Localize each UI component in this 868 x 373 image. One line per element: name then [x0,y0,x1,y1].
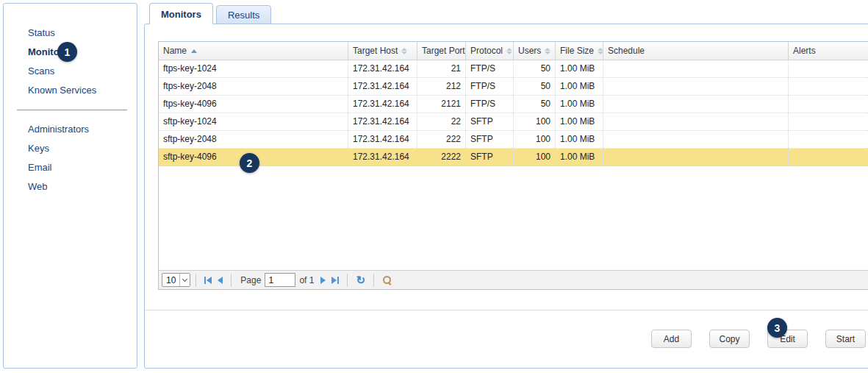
cell-file-size: 1.00 MiB [556,131,603,148]
page-count-label: of 1 [299,275,314,285]
annotation-step-3-badge: 3 [767,318,787,338]
next-page-icon [320,277,326,284]
table-row[interactable]: sftp-key-1024 172.31.42.164 22 SFTP 100 … [159,113,868,131]
cell-protocol: SFTP [466,149,514,166]
table-row[interactable]: sftp-key-2048 172.31.42.164 222 SFTP 100… [159,131,868,149]
cell-target-host: 172.31.42.164 [348,60,417,77]
pager-separator [196,274,196,287]
last-page-button[interactable] [329,274,342,286]
column-header-users[interactable]: Users [514,42,556,60]
table-empty-area [159,166,868,270]
table-row[interactable]: ftps-key-4096 172.31.42.164 2121 FTP/S 5… [159,96,868,113]
tab-strip: Monitors Results [149,3,271,24]
cell-protocol: FTP/S [466,96,514,113]
add-button[interactable]: Add [651,330,692,348]
table-row[interactable]: ftps-key-2048 172.31.42.164 212 FTP/S 50… [159,78,868,96]
cell-file-size: 1.00 MiB [556,78,603,95]
chevron-down-icon [179,274,190,286]
cell-name: ftps-key-4096 [159,96,348,113]
cell-target-port: 21 [417,60,466,77]
page-number-input[interactable] [265,273,295,287]
cell-schedule [603,96,789,113]
refresh-button[interactable]: ↻ [353,273,368,288]
first-page-icon [207,277,212,284]
table-row[interactable]: ftps-key-1024 172.31.42.164 21 FTP/S 50 … [159,60,868,78]
column-header-name[interactable]: Name [159,42,348,60]
first-page-button[interactable] [201,274,215,286]
cell-alerts [789,78,868,95]
cell-target-port: 2222 [417,149,466,166]
annotation-step-2-badge: 2 [240,153,259,173]
pager-bar: 10 Page of 1 ↻ [159,270,868,289]
cell-protocol: SFTP [466,113,514,130]
cell-schedule [603,78,789,95]
column-header-target-host[interactable]: Target Host [348,42,417,60]
sidebar-item-administrators[interactable]: Administrators [4,120,137,139]
cell-target-host: 172.31.42.164 [348,96,417,113]
page-size-select[interactable]: 10 [162,273,190,287]
sidebar-item-status[interactable]: Status [4,24,137,43]
cell-name: sftp-key-2048 [159,131,348,148]
next-page-button[interactable] [318,274,329,286]
cell-alerts [789,60,868,77]
first-page-icon [204,277,206,284]
cell-file-size: 1.00 MiB [556,149,603,166]
cell-file-size: 1.00 MiB [556,113,603,130]
column-header-alerts[interactable]: Alerts [789,42,868,60]
sidebar-item-known-services[interactable]: Known Services [4,81,137,100]
sidebar-nav-admin: Administrators Keys Email Web [4,120,137,196]
cell-protocol: FTP/S [466,60,514,77]
cell-target-host: 172.31.42.164 [348,113,417,130]
sort-ascending-icon [191,49,197,53]
cell-schedule [603,113,789,130]
cell-protocol: FTP/S [466,78,514,95]
tab-results[interactable]: Results [216,5,271,24]
column-header-file-size[interactable]: File Size [556,42,603,60]
start-button[interactable]: Start [825,330,866,348]
cell-name: sftp-key-1024 [159,113,348,130]
annotation-step-1-badge: 1 [57,42,77,62]
cell-target-host: 172.31.42.164 [348,78,417,95]
cell-alerts [789,149,868,166]
cell-name: ftps-key-1024 [159,60,348,77]
cell-alerts [789,113,868,130]
column-label-alerts: Alerts [793,46,816,56]
cell-users: 50 [514,78,556,95]
search-icon [382,275,392,285]
sidebar-item-scans[interactable]: Scans [4,62,137,81]
cell-schedule [603,60,789,77]
column-label-target-port: Target Port [422,46,465,56]
cell-target-port: 212 [417,78,466,95]
column-header-schedule[interactable]: Schedule [603,42,789,60]
cell-users: 100 [514,131,556,148]
column-header-target-port[interactable]: Target Port [417,42,466,60]
footer-divider [145,310,868,310]
column-label-name: Name [163,46,187,56]
footer-button-bar: Add Copy Edit Start [651,330,866,348]
cell-users: 50 [514,60,556,77]
pager-separator [347,274,348,287]
sidebar-item-email[interactable]: Email [4,158,137,177]
cell-name: ftps-key-2048 [159,78,348,95]
tab-monitors[interactable]: Monitors [149,3,213,24]
sidebar-item-web[interactable]: Web [4,177,137,196]
copy-button[interactable]: Copy [709,330,750,348]
pager-separator [231,274,232,287]
refresh-icon: ↻ [356,275,365,285]
prev-page-icon [218,277,223,284]
page-label: Page [240,275,261,285]
monitors-table: Name Target Host Target Port Protocol Us… [158,41,868,290]
column-label-users: Users [518,46,541,56]
cell-schedule [603,149,789,166]
column-header-protocol[interactable]: Protocol [466,42,514,60]
table-row-selected[interactable]: sftp-key-4096 172.31.42.164 2222 SFTP 10… [159,149,868,166]
cell-users: 50 [514,96,556,113]
sort-icon [598,48,603,54]
column-label-protocol: Protocol [470,46,503,56]
cell-alerts [789,96,868,113]
pager-separator [373,274,374,287]
cell-alerts [789,131,868,148]
sidebar-item-keys[interactable]: Keys [4,139,137,158]
search-button[interactable] [379,273,395,288]
prev-page-button[interactable] [215,274,226,286]
